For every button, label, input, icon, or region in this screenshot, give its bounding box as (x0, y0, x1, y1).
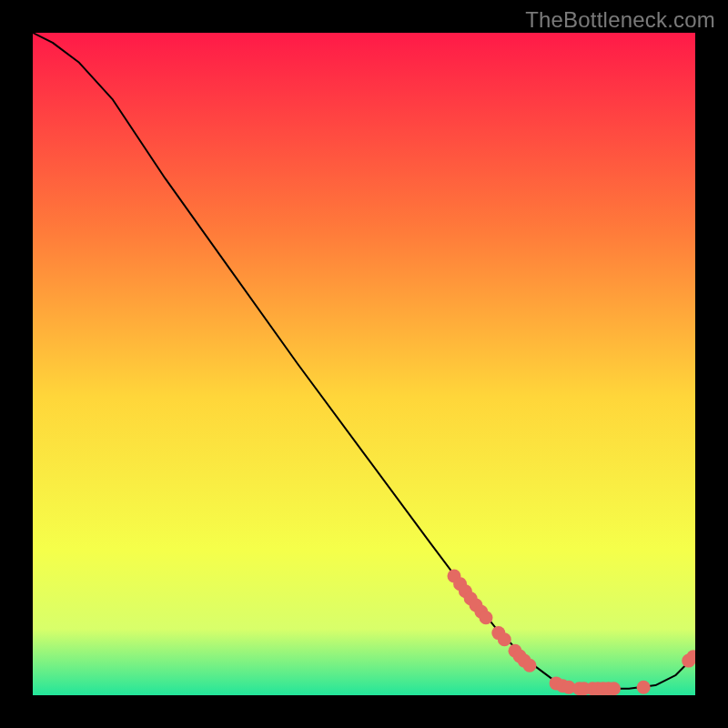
chart-frame: TheBottleneck.com (0, 0, 728, 728)
data-dot (480, 611, 493, 624)
data-dot (523, 659, 537, 672)
gradient-background (33, 33, 695, 695)
data-dot (607, 682, 621, 695)
data-dot (637, 681, 651, 694)
plot-svg (33, 33, 695, 695)
plot-area (33, 33, 695, 695)
watermark-text: TheBottleneck.com (525, 7, 715, 33)
data-dot (498, 632, 511, 646)
